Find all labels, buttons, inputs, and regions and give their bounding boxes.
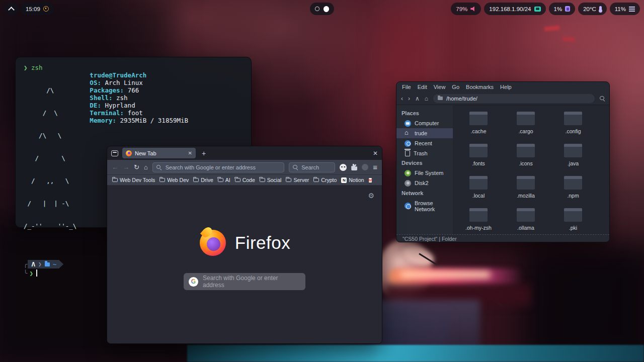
account-icon[interactable] — [362, 164, 368, 170]
search-icon — [156, 165, 162, 170]
folder-item[interactable]: .local — [455, 174, 502, 207]
status-bar: 15:09 79% 192.168.1.90/24 1% 20°C 11% — [0, 0, 644, 18]
bookmark-code[interactable]: Code — [235, 177, 255, 183]
bookmark-notion[interactable]: Notion — [341, 177, 364, 183]
menu-button[interactable]: ≡ — [373, 163, 377, 171]
folder-icon — [517, 176, 535, 190]
folder-item[interactable]: .mozilla — [502, 174, 549, 207]
home-button[interactable]: ⌂ — [144, 163, 148, 171]
cpu-widget[interactable]: 1% — [549, 3, 576, 15]
filesystem-icon — [405, 170, 411, 176]
workspace-dot-inactive[interactable] — [315, 7, 319, 11]
network-widget[interactable]: 192.168.1.90/24 — [484, 3, 545, 15]
launcher-button[interactable] — [5, 3, 18, 15]
trash-icon — [405, 150, 410, 156]
url-input[interactable] — [165, 164, 280, 171]
firefox-window: New Tab ✕ + ✕ ← → ↻ ⌂ ≡ Web Dev Tools We… — [107, 146, 382, 344]
tab-close-icon[interactable]: ✕ — [188, 150, 192, 156]
extension-icon-2[interactable] — [351, 164, 357, 170]
status-widgets: 79% 192.168.1.90/24 1% 20°C 11% — [451, 3, 640, 15]
forward-button[interactable]: → — [123, 163, 129, 171]
sidebar-item-browse-network[interactable]: Browse Network — [396, 198, 453, 214]
firefox-favicon — [126, 150, 132, 156]
sidebar-item-trash[interactable]: Trash — [396, 148, 453, 158]
url-bar[interactable] — [152, 162, 284, 172]
search-box[interactable] — [289, 162, 335, 172]
places-header: Places — [396, 108, 453, 118]
folder-item[interactable]: .config — [549, 110, 597, 142]
bookmark-folder-icon — [193, 178, 199, 182]
sidebar-item-filesystem[interactable]: File System — [396, 168, 453, 178]
new-tab-button[interactable]: + — [202, 149, 206, 157]
back-button[interactable]: ‹ — [401, 95, 403, 102]
temperature-widget[interactable]: 20°C — [578, 3, 607, 15]
personalize-gear-icon[interactable]: ⚙ — [368, 192, 374, 200]
terminal-command-line: ❯ zsh — [24, 64, 243, 71]
memory-icon — [629, 7, 635, 8]
bookmark-folder-icon — [286, 178, 291, 182]
search-input[interactable] — [300, 164, 331, 171]
bookmarks-bar: Web Dev Tools Web Dev Drive AI Code Soci… — [107, 175, 382, 186]
tab-bar: New Tab ✕ + ✕ — [107, 146, 382, 160]
menu-bookmarks[interactable]: Bookmarks — [466, 84, 494, 90]
thermometer-icon — [599, 6, 602, 12]
folder-icon — [517, 112, 535, 125]
folder-icon — [469, 176, 488, 190]
prompt-frame-top: ╭ — [24, 260, 28, 268]
volume-widget[interactable]: 79% — [451, 3, 481, 15]
folder-icon — [469, 144, 488, 157]
folder-item[interactable]: .fonts — [455, 142, 502, 174]
input-prompt-symbol: ❯ — [30, 269, 34, 277]
firefox-branding: Firefox — [107, 229, 382, 257]
sidebar-item-disk2[interactable]: Disk2 — [396, 178, 453, 188]
search-icon[interactable] — [600, 96, 605, 101]
bookmark-server[interactable]: Server — [286, 177, 309, 183]
sidebar-item-recent[interactable]: Recent — [396, 138, 453, 148]
folder-item[interactable]: .pki — [549, 207, 597, 239]
folder-item[interactable]: .cargo — [502, 110, 549, 142]
folder-item[interactable]: .oh-my-zsh — [455, 207, 502, 239]
menu-edit[interactable]: Edit — [418, 84, 427, 90]
folder-item[interactable]: .cache — [455, 110, 502, 142]
workspace-dot-active[interactable] — [324, 6, 329, 12]
folder-view: .cache .cargo .config .fonts .icons .jav… — [453, 105, 609, 234]
folder-item[interactable]: .icons — [502, 142, 549, 174]
forward-button[interactable]: › — [408, 95, 410, 102]
bookmark-drive[interactable]: Drive — [193, 177, 213, 183]
menu-go[interactable]: Go — [452, 84, 459, 90]
folder-item[interactable]: .ollama — [502, 207, 549, 239]
firefox-view-icon[interactable] — [111, 150, 118, 156]
menu-view[interactable]: View — [434, 84, 446, 90]
reload-button[interactable]: ↻ — [134, 163, 139, 171]
bookmark-web-dev[interactable]: Web Dev — [159, 177, 189, 183]
folder-icon — [517, 208, 535, 222]
memory-widget[interactable]: 11% — [610, 3, 640, 15]
newtab-search-bar[interactable]: G Search with Google or enter address — [184, 273, 305, 290]
home-button[interactable]: ⌂ — [425, 95, 428, 102]
folder-icon — [564, 112, 582, 125]
menu-file[interactable]: File — [402, 84, 411, 90]
file-manager-toolbar: ‹ › ∧ ⌂ /home/trude/ — [396, 92, 609, 105]
clock-icon — [43, 6, 49, 12]
navigation-toolbar: ← → ↻ ⌂ ≡ — [107, 160, 382, 175]
bookmark-ai[interactable]: AI — [218, 177, 230, 183]
sidebar-item-home[interactable]: trude — [396, 128, 453, 138]
folder-item[interactable]: .java — [549, 142, 597, 174]
sidebar-item-computer[interactable]: Computer — [396, 118, 453, 128]
gmail-icon[interactable] — [369, 178, 372, 183]
search-icon — [293, 165, 298, 170]
bookmark-crypto[interactable]: Crypto — [313, 177, 337, 183]
up-button[interactable]: ∧ — [415, 95, 420, 102]
extension-icon-adblock[interactable] — [340, 164, 347, 171]
menu-help[interactable]: Help — [500, 84, 512, 90]
back-button[interactable]: ← — [112, 163, 118, 171]
path-bar[interactable]: /home/trude/ — [433, 94, 595, 103]
folder-item[interactable]: .npm — [549, 174, 597, 207]
clock-widget[interactable]: 15:09 — [21, 3, 54, 15]
current-directory: ~ — [53, 260, 57, 268]
window-close-button[interactable]: ✕ — [373, 150, 378, 157]
bookmark-web-dev-tools[interactable]: Web Dev Tools — [112, 177, 155, 183]
tab-new-tab[interactable]: New Tab ✕ — [122, 148, 196, 158]
bookmark-social[interactable]: Social — [260, 177, 282, 183]
bookmark-folder-icon — [112, 178, 118, 182]
